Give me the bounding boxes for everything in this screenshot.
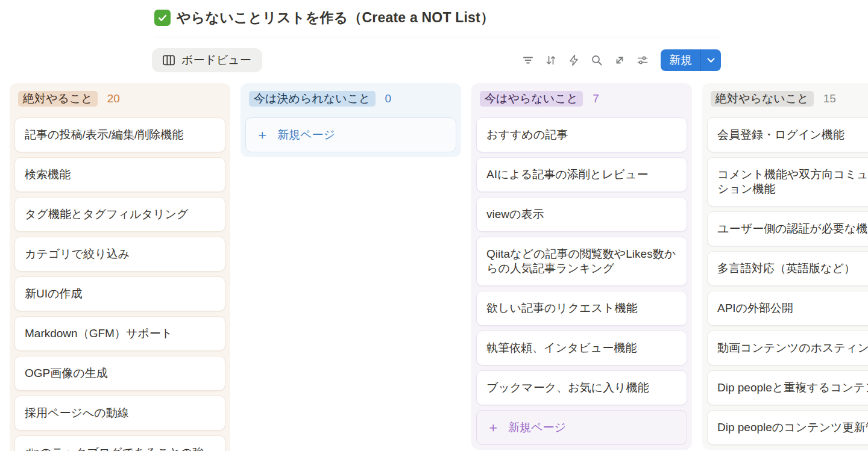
- card-title: AIによる記事の添削とレビュー: [486, 168, 649, 181]
- card-title: ユーザー側の認証が必要な機能全般: [717, 222, 868, 235]
- new-page-label: 新規ページ: [277, 128, 335, 142]
- filter-icon[interactable]: [521, 53, 535, 67]
- expand-icon[interactable]: [612, 53, 627, 67]
- card-title: 採用ページへの動線: [25, 406, 129, 419]
- page-header: やらないことリストを作る（Create a NOT List）: [154, 8, 721, 27]
- card-title: dipのテックブログであることの強みを出す: [25, 446, 204, 451]
- column-cards: 記事の投稿/表示/編集/削除機能検索機能タグ機能とタグフィルタリングカテゴリで絞…: [14, 117, 225, 451]
- kanban-card[interactable]: コメント機能や双方向コミュニケーション機能: [707, 157, 868, 207]
- new-button-group: 新規: [661, 49, 721, 71]
- card-title: Qiitaなどの記事の閲覧数やLikes数からの人気記事ランキング: [486, 247, 676, 275]
- kanban-card[interactable]: タグ機能とタグフィルタリング: [14, 197, 225, 232]
- card-title: タグ機能とタグフィルタリング: [25, 208, 188, 220]
- kanban-card[interactable]: 新UIの作成: [14, 276, 225, 311]
- board-column-1: 絶対やること 20 記事の投稿/表示/編集/削除機能検索機能タグ機能とタグフィル…: [10, 83, 230, 451]
- column-cards: ＋ 新規ページ: [245, 117, 456, 152]
- card-title: APIの外部公開: [717, 302, 793, 314]
- new-page-label: 新規ページ: [508, 420, 566, 435]
- card-title: viewの表示: [486, 208, 544, 220]
- column-header: 絶対やること 20: [14, 88, 225, 107]
- board-column-3: 今はやらないこと 7 おすすめの記事AIによる記事の添削とレビューviewの表示…: [471, 83, 692, 450]
- new-page-row[interactable]: ＋ 新規ページ: [245, 117, 456, 152]
- new-page-row[interactable]: ＋ 新規ページ: [476, 410, 687, 445]
- view-settings-icon[interactable]: [635, 53, 650, 67]
- kanban-card[interactable]: 欲しい記事のリクエスト機能: [476, 291, 687, 326]
- kanban-card[interactable]: APIの外部公開: [707, 291, 868, 326]
- column-status-badge[interactable]: 絶対やること: [18, 91, 98, 107]
- white-check-mark-emoji-icon[interactable]: [154, 10, 171, 26]
- kanban-card[interactable]: Markdown（GFM）サポート: [14, 316, 225, 351]
- kanban-card[interactable]: おすすめの記事: [476, 117, 687, 152]
- card-title: カテゴリで絞り込み: [25, 247, 130, 260]
- kanban-card[interactable]: ブックマーク、お気に入り機能: [476, 370, 687, 405]
- card-title: 会員登録・ログイン機能: [717, 128, 844, 141]
- page-title[interactable]: やらないことリストを作る（Create a NOT List）: [177, 8, 494, 27]
- chevron-down-icon: [707, 58, 715, 63]
- card-title: Dip peopleのコンテンツ更新管理: [717, 421, 868, 434]
- search-icon[interactable]: [590, 53, 604, 67]
- column-header: 今はやらないこと 7: [476, 88, 687, 107]
- kanban-card[interactable]: viewの表示: [476, 197, 687, 232]
- kanban-board: 絶対やること 20 記事の投稿/表示/編集/削除機能検索機能タグ機能とタグフィル…: [10, 83, 868, 451]
- column-header: 絶対やらないこと 15: [707, 88, 868, 107]
- card-title: ブックマーク、お気に入り機能: [486, 381, 649, 394]
- kanban-card[interactable]: 多言語対応（英語版など）: [707, 251, 868, 286]
- column-status-badge[interactable]: 今はやらないこと: [480, 91, 583, 107]
- kanban-card[interactable]: 会員登録・ログイン機能: [707, 117, 868, 152]
- card-title: Dip peopleと重複するコンテンツ: [717, 381, 868, 394]
- board-view-icon: [162, 53, 176, 67]
- kanban-card[interactable]: 動画コンテンツのホスティング: [707, 331, 868, 365]
- card-title: OGP画像の生成: [25, 367, 108, 379]
- column-status-badge[interactable]: 今は決められないこと: [249, 91, 376, 107]
- card-title: Markdown（GFM）サポート: [25, 327, 172, 340]
- kanban-card[interactable]: 採用ページへの動線: [14, 396, 225, 431]
- card-title: 動画コンテンツのホスティング: [717, 341, 868, 354]
- kanban-card[interactable]: ユーザー側の認証が必要な機能全般: [707, 211, 868, 246]
- kanban-card[interactable]: 検索機能: [14, 157, 225, 192]
- kanban-card[interactable]: AIによる記事の添削とレビュー: [476, 157, 687, 192]
- card-title: 新UIの作成: [25, 287, 82, 300]
- plus-icon: ＋: [256, 128, 269, 142]
- column-card-count: 15: [823, 92, 836, 105]
- column-card-count: 7: [593, 92, 599, 105]
- card-title: 欲しい記事のリクエスト機能: [486, 302, 638, 314]
- card-title: 検索機能: [25, 168, 71, 181]
- view-bar: ボードビュー 新規: [0, 48, 868, 72]
- board-column-4: 絶対やらないこと 15 会員登録・ログイン機能コメント機能や双方向コミュニケーシ…: [702, 83, 868, 450]
- card-title: おすすめの記事: [486, 128, 568, 141]
- tab-board-view-label: ボードビュー: [181, 52, 251, 68]
- automation-zap-icon[interactable]: [567, 53, 581, 67]
- card-title: 執筆依頼、インタビュー機能: [486, 341, 637, 354]
- kanban-card[interactable]: Qiitaなどの記事の閲覧数やLikes数からの人気記事ランキング: [476, 237, 687, 286]
- card-title: 記事の投稿/表示/編集/削除機能: [25, 128, 183, 141]
- column-card-count: 20: [107, 92, 120, 105]
- column-status-badge[interactable]: 絶対やらないこと: [711, 91, 814, 107]
- kanban-card[interactable]: カテゴリで絞り込み: [14, 237, 225, 272]
- card-title: コメント機能や双方向コミュニケーション機能: [717, 168, 868, 195]
- column-cards: おすすめの記事AIによる記事の添削とレビューviewの表示Qiitaなどの記事の…: [476, 117, 687, 445]
- kanban-card[interactable]: dipのテックブログであることの強みを出す: [14, 435, 225, 451]
- kanban-card[interactable]: OGP画像の生成: [14, 356, 225, 391]
- kanban-card[interactable]: 執筆依頼、インタビュー機能: [476, 331, 687, 365]
- column-header: 今は決められないこと 0: [245, 88, 456, 107]
- kanban-card[interactable]: Dip peopleのコンテンツ更新管理: [707, 410, 868, 445]
- sort-icon[interactable]: [544, 53, 558, 67]
- kanban-card[interactable]: Dip peopleと重複するコンテンツ: [707, 370, 868, 405]
- kanban-card[interactable]: 記事の投稿/表示/編集/削除機能: [14, 117, 225, 152]
- column-cards: 会員登録・ログイン機能コメント機能や双方向コミュニケーション機能ユーザー側の認証…: [707, 117, 868, 445]
- title-divider: [154, 37, 721, 37]
- toolbar: 新規: [521, 48, 721, 72]
- new-button-dropdown[interactable]: [700, 49, 721, 71]
- tab-board-view[interactable]: ボードビュー: [152, 48, 262, 72]
- card-title: 多言語対応（英語版など）: [717, 262, 855, 275]
- new-button[interactable]: 新規: [661, 49, 700, 71]
- board-column-2: 今は決められないこと 0 ＋ 新規ページ: [241, 83, 461, 157]
- plus-icon: ＋: [486, 421, 500, 434]
- column-card-count: 0: [385, 92, 392, 105]
